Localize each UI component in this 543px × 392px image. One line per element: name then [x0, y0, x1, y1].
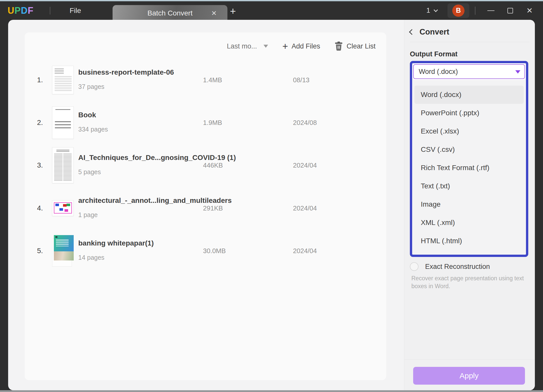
- output-format-select[interactable]: Word (.docx): [413, 64, 525, 79]
- page-indicator[interactable]: 1: [426, 7, 437, 14]
- divider: [410, 42, 529, 42]
- exact-reconstruction-radio[interactable]: [410, 262, 418, 271]
- option-html[interactable]: HTML (.html): [412, 232, 526, 250]
- clear-list-label: Clear List: [347, 42, 376, 50]
- file-date: 2024/08: [293, 119, 317, 127]
- trash-icon: [334, 41, 343, 51]
- helper-text: Recover exact page presentation using te…: [411, 274, 529, 290]
- avatar: B: [452, 5, 464, 17]
- file-date: 2024/04: [293, 247, 317, 255]
- option-image[interactable]: Image: [412, 195, 526, 214]
- exact-reconstruction-row: Exact Reconstruction: [410, 262, 490, 271]
- file-index: 2.: [32, 119, 43, 127]
- file-size: 446KB: [203, 161, 223, 169]
- file-pages: 14 pages: [78, 254, 104, 261]
- file-date: 2024/04: [293, 204, 317, 212]
- maximize-button[interactable]: [506, 7, 514, 14]
- file-row[interactable]: 1. business-report-template-06 37 pages …: [25, 59, 386, 101]
- convert-panel: Convert Output Format Word (.docx) Word …: [404, 20, 535, 390]
- option-excel[interactable]: Excel (.xlsx): [412, 122, 526, 140]
- thumbnail-detail: [56, 150, 69, 152]
- tab-close-icon[interactable]: ✕: [211, 10, 217, 17]
- thumbnail-cad: [52, 200, 74, 216]
- file-size: 1.9MB: [203, 119, 222, 127]
- menu-file[interactable]: File: [70, 7, 81, 15]
- page-indicator-value: 1: [426, 7, 430, 14]
- minimize-button[interactable]: [487, 7, 495, 14]
- apply-button[interactable]: Apply: [413, 367, 525, 385]
- option-xml[interactable]: XML (.xml): [412, 214, 526, 232]
- exact-reconstruction-label: Exact Reconstruction: [425, 263, 490, 271]
- select-value: Word (.docx): [419, 68, 458, 76]
- file-thumbnail: [52, 101, 74, 144]
- file-pages: 1 page: [78, 211, 98, 219]
- titlebar-divider: [50, 7, 50, 14]
- file-name: Book: [78, 111, 96, 119]
- option-rtf[interactable]: Rich Text Format (.rtf): [412, 159, 526, 177]
- sort-caret-icon: [263, 45, 268, 48]
- thumbnail-report: [52, 66, 74, 94]
- file-thumbnail: [52, 144, 74, 187]
- file-row[interactable]: 5. banking whitepapar(1) 14 pages 30.0MB…: [25, 230, 386, 272]
- tab-label: Batch Convert: [147, 9, 192, 17]
- file-date: 2024/04: [293, 161, 317, 169]
- panel-title: Convert: [420, 27, 449, 37]
- titlebar-divider: [475, 7, 475, 15]
- add-files-button[interactable]: + Add Files: [282, 41, 320, 51]
- file-row[interactable]: 3. AI_Techniques_for_De...gnosing_COVID-…: [25, 144, 386, 187]
- select-caret-icon: [515, 70, 520, 74]
- file-row[interactable]: 4. architectural_-_annot...ling_and_mult…: [25, 187, 386, 230]
- output-format-label: Output Format: [410, 50, 457, 58]
- file-name: architectural_-_annot...ling_and_multile…: [78, 197, 232, 205]
- tab-batch-convert[interactable]: Batch Convert ✕: [113, 5, 227, 21]
- file-index: 5.: [32, 247, 43, 255]
- close-button[interactable]: ✕: [526, 7, 533, 14]
- sort-label: Last mo...: [227, 42, 257, 50]
- file-size: 291KB: [203, 204, 223, 212]
- minimize-icon: [487, 10, 494, 11]
- file-thumbnail: [52, 187, 74, 230]
- file-index: 4.: [32, 204, 43, 212]
- file-thumbnail: [52, 230, 74, 272]
- chevron-down-icon: [434, 8, 438, 12]
- option-word[interactable]: Word (.docx): [414, 86, 524, 104]
- thumbnail-detail: [55, 204, 59, 206]
- option-csv[interactable]: CSV (.csv): [412, 140, 526, 159]
- thumbnail-detail: [54, 235, 74, 260]
- file-size: 1.4MB: [203, 76, 222, 84]
- file-pages: 37 pages: [78, 83, 104, 90]
- file-list-card: Last mo... + Add Files Clear List 1.: [25, 32, 386, 380]
- file-name: AI_Techniques_for_De...gnosing_COVID-19 …: [78, 154, 236, 162]
- updf-logo: UPDF: [8, 5, 34, 16]
- sort-dropdown[interactable]: Last mo...: [227, 42, 268, 50]
- file-name: business-report-template-06: [78, 68, 174, 76]
- divider: [404, 359, 535, 360]
- file-date: 08/13: [293, 76, 309, 84]
- output-format-highlight-box: Word (.docx) Word (.docx) PowerPoint (.p…: [410, 61, 528, 257]
- thumbnail-book: [52, 106, 74, 139]
- clear-list-button[interactable]: Clear List: [334, 41, 376, 51]
- file-pages: 5 pages: [78, 168, 101, 176]
- thumbnail-detail: [54, 251, 74, 260]
- file-row[interactable]: 2. Book 334 pages 1.9MB 2024/08: [25, 101, 386, 144]
- list-toolbar: Last mo... + Add Files Clear List: [227, 41, 376, 52]
- back-chevron-icon[interactable]: [409, 29, 415, 35]
- close-icon: ✕: [526, 7, 533, 14]
- thumbnail-cover: [52, 235, 74, 267]
- file-name: banking whitepapar(1): [78, 239, 154, 247]
- file-index: 3.: [32, 161, 43, 169]
- titlebar: UPDF File Help Batch Convert ✕ + 1 B ✕: [0, 1, 543, 20]
- file-pages: 334 pages: [78, 126, 108, 133]
- thumbnail-paper: [52, 147, 74, 183]
- option-txt[interactable]: Text (.txt): [412, 177, 526, 195]
- titlebar-right: 1 B ✕: [426, 1, 533, 20]
- new-tab-button[interactable]: +: [230, 3, 236, 19]
- file-size: 30.0MB: [203, 247, 226, 255]
- add-files-label: Add Files: [291, 42, 320, 50]
- option-powerpoint[interactable]: PowerPoint (.pptx): [412, 104, 526, 122]
- thumbnail-detail: [55, 236, 57, 238]
- format-option-list: Word (.docx) PowerPoint (.pptx) Excel (.…: [412, 86, 526, 250]
- thumbnail-detail: [56, 240, 69, 246]
- account-button[interactable]: B: [447, 3, 469, 18]
- maximize-icon: [507, 8, 513, 13]
